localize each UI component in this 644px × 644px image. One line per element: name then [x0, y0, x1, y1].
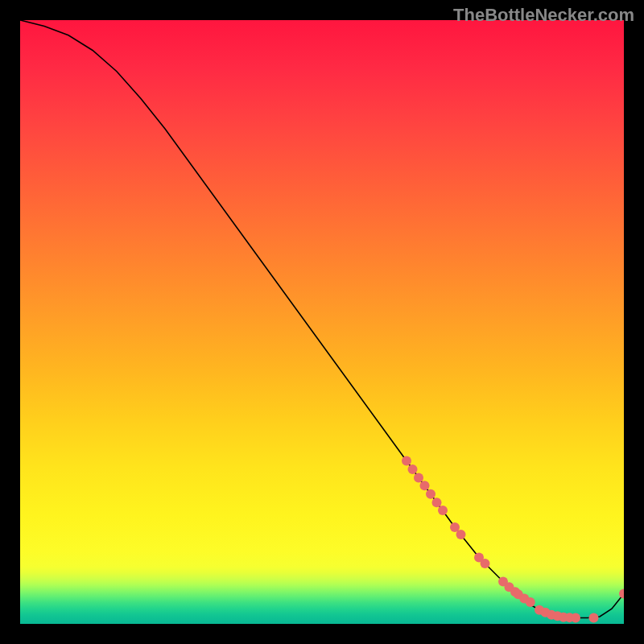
data-marker [420, 481, 430, 490]
data-marker [456, 530, 466, 539]
data-marker [481, 559, 490, 568]
data-marker [402, 456, 411, 466]
data-marker [589, 613, 599, 623]
data-marker [414, 473, 423, 483]
data-marker [571, 613, 580, 623]
plot-area [20, 20, 624, 624]
watermark-label: TheBottleNecker.com [453, 5, 634, 26]
data-marker [426, 489, 436, 499]
chart-background [20, 20, 624, 624]
data-marker [438, 506, 448, 515]
data-marker [432, 497, 442, 507]
data-marker [526, 597, 535, 607]
chart-svg [20, 20, 624, 624]
data-marker [408, 464, 418, 474]
chart-container: TheBottleNecker.com [0, 0, 644, 644]
